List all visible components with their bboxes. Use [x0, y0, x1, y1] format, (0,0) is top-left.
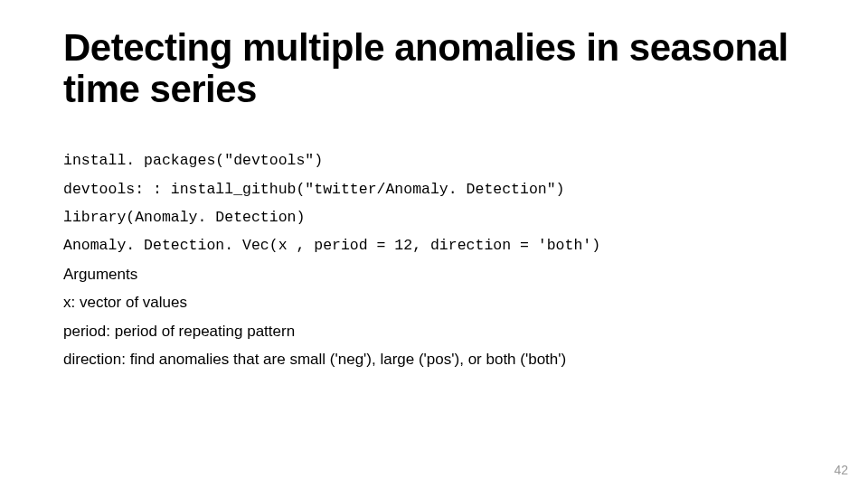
slide: Detecting multiple anomalies in seasonal…: [0, 0, 868, 488]
body-block: Arguments x: vector of values period: pe…: [63, 260, 805, 374]
code-line: library(Anomaly. Detection): [63, 203, 805, 231]
body-line: x: vector of values: [63, 288, 805, 316]
code-line: devtools: : install_github("twitter/Anom…: [63, 175, 805, 203]
body-line: direction: find anomalies that are small…: [63, 345, 805, 373]
code-block: install. packages("devtools") devtools: …: [63, 146, 805, 259]
code-line: install. packages("devtools"): [63, 146, 805, 174]
body-line: period: period of repeating pattern: [63, 317, 805, 345]
code-line: Anomaly. Detection. Vec(x , period = 12,…: [63, 231, 805, 259]
slide-title: Detecting multiple anomalies in seasonal…: [63, 27, 805, 110]
page-number: 42: [834, 463, 848, 477]
body-line: Arguments: [63, 260, 805, 288]
